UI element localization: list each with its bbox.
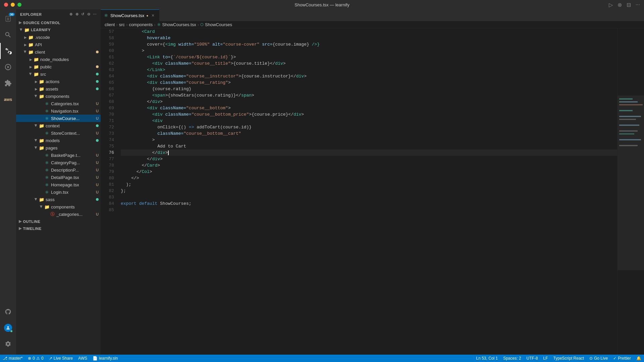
breadcrumb-components[interactable]: components — [129, 22, 153, 27]
tree-item-categorypage[interactable]: ▶ ⚛ CategoryPag... U — [16, 159, 101, 166]
breadcrumb-sep-3: › — [154, 22, 155, 27]
activity-item-account[interactable] — [0, 320, 16, 336]
tab-close-button[interactable]: × — [150, 13, 156, 18]
added-dot — [96, 73, 99, 75]
activity-item-github[interactable] — [0, 304, 16, 320]
code-content[interactable]: <Card hoverable cover={<img width="100%"… — [117, 28, 617, 355]
status-go-live[interactable]: ⊙ Go Live — [587, 355, 610, 362]
status-line-ending[interactable]: LF — [541, 355, 551, 362]
tree-item-sass[interactable]: ▶ 📁 sass — [16, 196, 101, 203]
tree-item-public[interactable]: ▶ 📁 public — [16, 63, 101, 70]
breadcrumb-symbol[interactable]: ShowCourses — [205, 22, 232, 27]
activity-item-extensions[interactable] — [0, 75, 16, 91]
activity-bottom — [0, 304, 16, 355]
status-live-share[interactable]: ↗ Live Share — [46, 355, 75, 362]
status-spaces[interactable]: Spaces: 2 — [500, 355, 524, 362]
tree-label-navigation: Navigation.tsx — [51, 109, 96, 114]
tree-item-actions[interactable]: ▶ 📁 actions — [16, 78, 101, 85]
tree-item-sass-components[interactable]: ▶ 📁 components — [16, 203, 101, 210]
prettier-icon: ✓ — [613, 356, 616, 361]
tree-item-context[interactable]: ▶ 📁 context — [16, 122, 101, 129]
tree-item-src[interactable]: ▶ 📁 src — [16, 70, 101, 78]
tree-item-storecontext[interactable]: ▶ ⚛ StoreContext... U — [16, 129, 101, 137]
svg-rect-12 — [618, 96, 644, 270]
close-button[interactable] — [4, 3, 8, 7]
code-token: div — [296, 73, 304, 79]
tree-item-categories-tsx[interactable]: ▶ ⚛ Categories.tsx U — [16, 100, 101, 107]
tree-root-learnify[interactable]: ▶ 📁 LEARNIFY — [16, 26, 101, 34]
status-errors[interactable]: ⊗ 0 ⚠ 0 — [25, 355, 46, 362]
breadcrumb-src[interactable]: src — [119, 22, 125, 27]
breadcrumb-client[interactable]: client — [105, 22, 115, 27]
line-num-75: 75 — [101, 143, 114, 149]
outline-section[interactable]: ▶ OUTLINE — [16, 218, 101, 225]
tab-showcourses[interactable]: ⚛ ShowCourses.tsx ● × — [101, 9, 159, 21]
activity-item-source-control[interactable] — [0, 43, 16, 59]
tree-item-assets[interactable]: ▶ 📁 assets — [16, 85, 101, 93]
status-language[interactable]: TypeScript React — [551, 355, 587, 362]
tree-item-node-modules[interactable]: ▶ 📁 node_modules — [16, 56, 101, 63]
status-branch[interactable]: ⎇ master* — [0, 355, 25, 362]
more-actions-icon[interactable]: ··· — [636, 2, 640, 8]
activity-item-settings[interactable] — [0, 336, 16, 352]
timeline-section[interactable]: ▶ TIMELINE — [16, 225, 101, 232]
activity-item-aws[interactable]: aws — [0, 91, 16, 107]
tree-item-basketpage[interactable]: ▶ ⚛ BasketPage.t... U — [16, 152, 101, 159]
tree-item-categories-scss[interactable]: ▶ Ⓢ _categories... U — [16, 210, 101, 218]
activity-item-explorer[interactable]: 30 — [0, 11, 16, 27]
tree-item-showcourses-tsx[interactable]: ▶ ⚛ ShowCourse... U — [16, 115, 101, 122]
status-solution[interactable]: 📄 learnify.sln — [90, 355, 120, 362]
tree-item-homepage[interactable]: ▶ ⚛ Homepage.tsx U — [16, 181, 101, 188]
status-notification[interactable]: 🔔 — [634, 355, 644, 362]
tree-item-detailpage[interactable]: ▶ ⚛ DetailPage.tsx U — [16, 174, 101, 181]
folder-src-icon: 📁 — [34, 71, 39, 77]
bell-icon: 🔔 — [636, 356, 641, 361]
code-token: <div — [147, 73, 157, 79]
collapse-all-icon[interactable]: ⊖ — [87, 12, 91, 16]
tree-item-descriptionpage[interactable]: ▶ ⚛ DescriptionP... U — [16, 166, 101, 174]
tree-item-pages[interactable]: ▶ 📁 pages — [16, 144, 101, 152]
refresh-icon[interactable]: ↺ — [81, 12, 85, 16]
titlebar-title: ShowCourses.tsx — learnify — [294, 2, 349, 7]
tree-item-vscode[interactable]: ▶ 📁 .vscode — [16, 34, 101, 41]
code-token: "course-cover" — [223, 41, 259, 48]
tree-label-homepage: Homepage.tsx — [51, 182, 96, 187]
status-prettier[interactable]: ✓ Prettier — [610, 355, 634, 362]
status-encoding[interactable]: UTF-8 — [524, 355, 541, 362]
status-aws[interactable]: AWS — [75, 355, 90, 362]
breadcrumb-file[interactable]: ShowCourses.tsx — [162, 22, 196, 27]
code-editor[interactable]: 57 58 59 60 61 62 63 64 65 66 67 68 69 7… — [101, 28, 644, 355]
breadcrumb-sep-1: › — [116, 22, 117, 27]
activity-item-run[interactable] — [0, 59, 16, 75]
split-editor-icon[interactable]: ⊟ — [627, 2, 631, 8]
file-icon: 📄 — [93, 356, 98, 361]
minimap[interactable] — [617, 28, 644, 355]
timeline-label: TIMELINE — [23, 227, 42, 231]
added-dot — [96, 80, 99, 83]
tree-item-api[interactable]: ▶ 📁 API — [16, 41, 101, 48]
code-line-59: cover={<img width="100%" alt="course-cov… — [121, 41, 617, 48]
code-token: "course__bottom__cart" — [183, 130, 241, 137]
breadcrumb-symbol-icon: ⬡ — [200, 22, 204, 27]
code-line-65: <div className="course__rating"> — [121, 79, 617, 86]
tree-item-models[interactable]: ▶ 📁 models — [16, 137, 101, 144]
new-folder-icon[interactable]: ⊕ — [75, 12, 79, 16]
source-control-label: SOURCE CONTROL — [23, 21, 61, 25]
tree-item-navigation-tsx[interactable]: ▶ ⚛ Navigation.tsx U — [16, 107, 101, 115]
new-file-icon[interactable]: ⊕ — [69, 12, 73, 16]
code-token — [121, 28, 142, 35]
broadcast-icon[interactable]: ⊗ — [618, 2, 622, 8]
activity-item-search[interactable] — [0, 27, 16, 43]
status-line-col[interactable]: Ln 53, Col 1 — [473, 355, 500, 362]
text-cursor — [168, 150, 169, 155]
maximize-button[interactable] — [17, 3, 21, 7]
tree-item-client[interactable]: ▶ 📁 client — [16, 48, 101, 56]
tree-item-components[interactable]: ▶ 📁 components — [16, 93, 101, 100]
tree-item-login[interactable]: ▶ ⚛ Login.tsx U — [16, 188, 101, 196]
line-num-72: 72 — [101, 124, 114, 130]
minimize-button[interactable] — [11, 3, 15, 7]
more-icon[interactable]: ··· — [93, 12, 97, 16]
source-control-section[interactable]: ▶ SOURCE CONTROL — [16, 19, 101, 26]
solution-name: learnify.sln — [99, 356, 118, 361]
run-icon[interactable]: ▷ — [609, 2, 613, 8]
